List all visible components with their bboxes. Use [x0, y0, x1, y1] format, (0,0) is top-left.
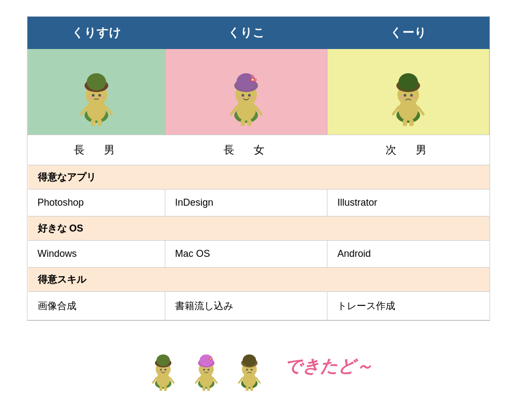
apps-col2: InDesign	[165, 190, 327, 216]
skills-col3: トレース作成	[327, 292, 490, 320]
section-os-label: 好きな OS	[28, 216, 490, 241]
svg-point-80	[243, 354, 256, 366]
kuriko-character	[219, 56, 273, 126]
header-col1: くりすけ	[28, 17, 165, 49]
bottom-kurisuke	[144, 342, 182, 391]
svg-rect-46	[159, 387, 163, 391]
svg-point-25	[254, 78, 257, 81]
character-name-row: 長 男 長 女 次 男	[28, 135, 490, 165]
svg-point-52	[157, 354, 170, 366]
char1-image-cell	[28, 49, 165, 135]
svg-point-43	[412, 96, 416, 99]
header-col2: くりこ	[165, 17, 327, 49]
svg-point-27	[242, 94, 244, 96]
svg-point-12	[88, 96, 93, 99]
svg-point-40	[404, 94, 407, 96]
svg-point-65	[200, 354, 213, 366]
skills-col1: 画像合成	[28, 292, 165, 320]
apps-data-row: Photoshop InDesign Illustrator	[28, 190, 490, 216]
section-header-skills: 得意スキル	[28, 268, 490, 292]
svg-rect-59	[202, 387, 206, 391]
completion-caption: できたど～	[284, 355, 373, 379]
svg-point-83	[244, 370, 247, 372]
svg-point-30	[250, 96, 254, 99]
header-row: くりすけ くりこ くーり	[28, 17, 490, 49]
svg-point-24	[251, 75, 254, 78]
character-image-row	[28, 49, 490, 135]
svg-point-82	[250, 369, 252, 370]
svg-point-10	[98, 94, 101, 96]
svg-point-28	[248, 94, 251, 96]
apps-col3: Illustrator	[327, 190, 490, 216]
svg-point-68	[203, 369, 205, 370]
svg-rect-34	[409, 120, 414, 126]
svg-point-56	[166, 370, 169, 372]
apps-col1: Photoshop	[28, 190, 165, 216]
svg-point-26	[251, 79, 254, 81]
char3-image-cell	[327, 49, 490, 135]
svg-point-39	[399, 73, 418, 90]
svg-point-71	[209, 370, 212, 372]
svg-rect-75	[250, 387, 253, 391]
svg-rect-2	[91, 120, 95, 126]
char1-name: 長 男	[28, 135, 165, 165]
svg-rect-33	[403, 120, 407, 126]
section-skills-label: 得意スキル	[28, 268, 490, 292]
svg-point-81	[246, 369, 248, 370]
svg-point-9	[92, 94, 94, 96]
char3-name: 次 男	[327, 135, 490, 165]
skills-data-row: 画像合成 書籍流し込み トレース作成	[28, 292, 490, 320]
svg-point-53	[160, 369, 162, 370]
svg-rect-3	[97, 120, 102, 126]
os-col1: Windows	[28, 241, 165, 268]
svg-point-13	[100, 96, 104, 99]
os-col2: Mac OS	[165, 241, 327, 268]
char2-image-cell	[165, 49, 327, 135]
svg-point-67	[210, 358, 212, 360]
svg-point-42	[400, 96, 404, 99]
os-col3: Android	[327, 241, 490, 268]
svg-point-54	[164, 369, 166, 370]
svg-rect-60	[207, 387, 210, 391]
bottom-section: できたど～	[144, 342, 373, 391]
comparison-table: くりすけ くりこ くーり	[27, 16, 490, 321]
svg-point-55	[158, 370, 161, 372]
svg-rect-74	[246, 387, 249, 391]
svg-point-41	[410, 94, 413, 96]
kuri-character	[381, 56, 435, 126]
header-col3: くーり	[327, 17, 490, 49]
svg-rect-17	[247, 120, 251, 126]
svg-point-84	[252, 370, 255, 372]
kurisuke-character	[69, 56, 123, 126]
svg-point-70	[201, 370, 204, 372]
os-data-row: Windows Mac OS Android	[28, 241, 490, 268]
svg-point-8	[87, 73, 106, 90]
section-apps-label: 得意なアプリ	[28, 165, 490, 190]
svg-point-29	[238, 96, 242, 99]
svg-point-69	[207, 369, 209, 370]
svg-rect-47	[164, 387, 167, 391]
bottom-kuriko	[187, 342, 225, 391]
skills-col2: 書籍流し込み	[165, 292, 327, 320]
svg-rect-16	[241, 120, 245, 126]
bottom-kuri	[230, 342, 268, 391]
char2-name: 長 女	[165, 135, 327, 165]
section-header-os: 好きな OS	[28, 216, 490, 241]
section-header-apps: 得意なアプリ	[28, 165, 490, 190]
